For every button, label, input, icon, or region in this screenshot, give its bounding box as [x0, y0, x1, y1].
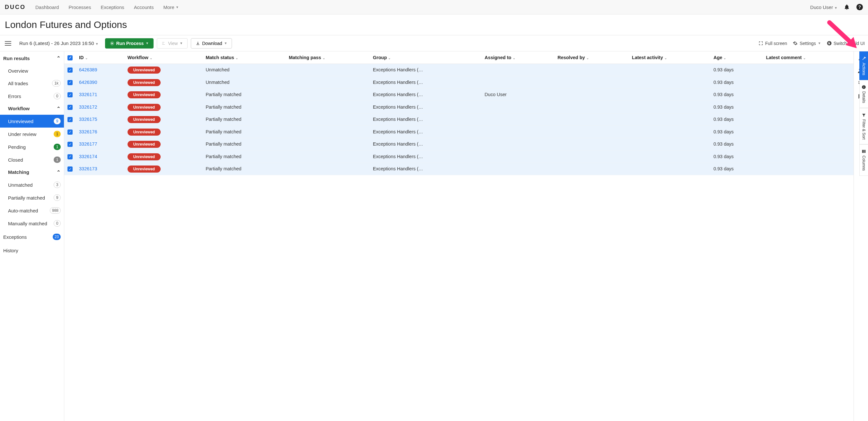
count-badge: 1 — [54, 144, 61, 150]
chevron-down-icon: ⌄ — [236, 56, 238, 60]
row-checkbox[interactable]: ✓ — [67, 92, 72, 97]
nav-dashboard[interactable]: Dashboard — [35, 4, 59, 10]
select-all-checkbox[interactable]: ✓ — [67, 55, 72, 60]
sidebar-all-trades[interactable]: All trades1k — [0, 77, 64, 90]
cell-assigned-to: Duco User — [482, 88, 555, 101]
table-row[interactable]: ✓3326172UnreviewedPartially matchedExcep… — [64, 101, 854, 114]
sidebar-under-review[interactable]: Under review1 — [0, 128, 64, 141]
chevron-down-icon: ⌄ — [586, 56, 589, 60]
sidebar-partially-matched[interactable]: Partially matched9 — [0, 191, 64, 204]
rail-tabs: Actions Details Filter & Sort Columns — [859, 52, 868, 176]
rail-tab-details[interactable]: Details — [859, 80, 868, 108]
sidebar-overview[interactable]: Overview — [0, 65, 64, 77]
row-id-link[interactable]: 6426390 — [79, 80, 97, 85]
run-process-button[interactable]: Run Process ▼ — [105, 38, 154, 49]
sidebar-unreviewed[interactable]: Unreviewed9 — [0, 115, 64, 128]
col-latest-comment[interactable]: Latest comment⌄ — [763, 52, 854, 64]
rail-tab-columns[interactable]: Columns — [859, 144, 868, 176]
sidebar-errors[interactable]: Errors0 — [0, 90, 64, 102]
user-dropdown[interactable]: Duco User ▼ — [810, 4, 837, 10]
cell-group: Exceptions Handlers (… — [370, 113, 482, 126]
caret-down-icon: ▼ — [95, 42, 99, 46]
row-id-link[interactable]: 3326175 — [79, 117, 97, 122]
nav-exceptions[interactable]: Exceptions — [100, 4, 124, 10]
row-id-link[interactable]: 3326176 — [79, 129, 97, 134]
row-checkbox[interactable]: ✓ — [67, 105, 72, 110]
nav-accounts[interactable]: Accounts — [134, 4, 154, 10]
table-row[interactable]: ✓3326173UnreviewedPartially matchedExcep… — [64, 162, 854, 175]
row-checkbox[interactable]: ✓ — [67, 167, 72, 172]
table-row[interactable]: ✓3326174UnreviewedPartially matchedExcep… — [64, 150, 854, 163]
count-badge: 23 — [53, 234, 61, 240]
col-id[interactable]: ID⌄ — [76, 52, 124, 64]
row-checkbox[interactable]: ✓ — [67, 67, 72, 72]
toolbar-right: Full screen Settings ▼ Switch to old UI — [758, 41, 865, 46]
run-selector[interactable]: Run 6 (Latest) - 26 Jun 2023 16:50 ▼ — [16, 40, 102, 46]
nav-more[interactable]: More▼ — [163, 4, 179, 10]
cell-age: 0.93 days — [710, 113, 763, 126]
bell-icon[interactable] — [843, 3, 850, 10]
table-row[interactable]: ✓3326171UnreviewedPartially matchedExcep… — [64, 88, 854, 101]
row-id-link[interactable]: 3326172 — [79, 104, 97, 110]
row-id-link[interactable]: 6426389 — [79, 67, 97, 72]
sidebar: Run results ⌃ Overview All trades1k Erro… — [0, 52, 64, 421]
col-checkbox[interactable]: ✓ — [64, 52, 76, 64]
sidebar-auto-matched[interactable]: Auto-matched988 — [0, 204, 64, 217]
nav-processes[interactable]: Processes — [68, 4, 91, 10]
col-assigned-to[interactable]: Assigned to⌄ — [482, 52, 555, 64]
view-button[interactable]: View ▼ — [157, 38, 188, 49]
sidebar-unmatched[interactable]: Unmatched3 — [0, 178, 64, 191]
columns-icon — [862, 149, 866, 154]
col-age[interactable]: Age⌄ — [710, 52, 763, 64]
download-button[interactable]: Download ▼ — [191, 38, 232, 49]
chevron-up-icon: ⌃ — [57, 55, 61, 61]
row-checkbox[interactable]: ✓ — [67, 142, 72, 147]
content: Run results ⌃ Overview All trades1k Erro… — [0, 52, 868, 421]
cell-resolved-by — [554, 162, 629, 175]
chevron-down-icon: ⌄ — [723, 56, 726, 60]
caret-down-icon: ▼ — [176, 5, 179, 9]
sidebar-toggle[interactable] — [3, 41, 13, 45]
sidebar-workflow-header[interactable]: Workflow⌃ — [0, 102, 64, 115]
count-badge: 1 — [54, 131, 61, 137]
cell-match-status: Partially matched — [203, 113, 286, 126]
table-row[interactable]: ✓6426390UnreviewedUnmatchedExceptions Ha… — [64, 76, 854, 89]
row-checkbox[interactable]: ✓ — [67, 117, 72, 122]
sidebar-history[interactable]: History — [0, 244, 64, 257]
sidebar-pending[interactable]: Pending1 — [0, 141, 64, 153]
sidebar-matching-header[interactable]: Matching⌃ — [0, 166, 64, 178]
col-latest-activity[interactable]: Latest activity⌄ — [629, 52, 710, 64]
row-id-link[interactable]: 3326173 — [79, 166, 97, 171]
rail-tab-actions[interactable]: Actions — [859, 52, 868, 80]
help-icon[interactable]: ? — [856, 3, 863, 10]
row-checkbox[interactable]: ✓ — [67, 80, 72, 85]
col-workflow[interactable]: Workflow⌄ — [124, 52, 203, 64]
fullscreen-button[interactable]: Full screen — [758, 41, 787, 46]
row-id-link[interactable]: 3326177 — [79, 142, 97, 147]
col-group[interactable]: Group⌄ — [370, 52, 482, 64]
sidebar-item-label: Closed — [8, 157, 23, 162]
col-resolved-by[interactable]: Resolved by⌄ — [554, 52, 629, 64]
cell-age: 0.93 days — [710, 88, 763, 101]
col-match-status[interactable]: Match status⌄ — [203, 52, 286, 64]
switch-ui-button[interactable]: Switch to old UI — [827, 41, 865, 46]
sidebar-exceptions[interactable]: Exceptions23 — [0, 230, 64, 244]
row-id-link[interactable]: 3326171 — [79, 92, 97, 97]
table-row[interactable]: ✓6426389UnreviewedUnmatchedExceptions Ha… — [64, 64, 854, 76]
workflow-pill: Unreviewed — [127, 141, 161, 148]
settings-button[interactable]: Settings ▼ — [793, 41, 821, 46]
sidebar-item-label: Pending — [8, 144, 26, 150]
row-checkbox[interactable]: ✓ — [67, 129, 72, 134]
table-row[interactable]: ✓3326177UnreviewedPartially matchedExcep… — [64, 138, 854, 150]
col-matching-pass[interactable]: Matching pass⌄ — [286, 52, 370, 64]
workflow-pill: Unreviewed — [127, 91, 161, 98]
table-row[interactable]: ✓3326175UnreviewedPartially matchedExcep… — [64, 113, 854, 126]
rail-tab-filter[interactable]: Filter & Sort — [859, 108, 868, 144]
count-badge: 0 — [54, 220, 61, 227]
table-row[interactable]: ✓3326176UnreviewedPartially matchedExcep… — [64, 126, 854, 138]
row-checkbox[interactable]: ✓ — [67, 154, 72, 159]
sidebar-run-results[interactable]: Run results ⌃ — [0, 52, 64, 65]
row-id-link[interactable]: 3326174 — [79, 154, 97, 159]
sidebar-closed[interactable]: Closed1 — [0, 153, 64, 166]
sidebar-manually-matched[interactable]: Manually matched0 — [0, 217, 64, 230]
